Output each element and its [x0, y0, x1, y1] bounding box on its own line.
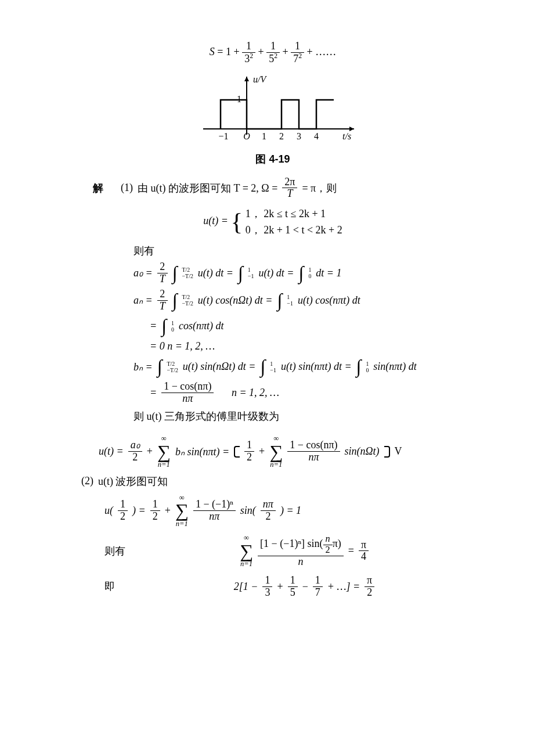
series-S-lhs: S: [210, 46, 215, 57]
trig-series-text: 则 u(t) 三角形式的傅里叶级数为: [134, 409, 464, 423]
left-bracket-icon: [234, 446, 240, 458]
an-equation-3: = 0 n = 1, 2, …: [150, 340, 464, 352]
xtick--1: −1: [218, 131, 228, 141]
then-have-2: 则有: [104, 544, 139, 558]
bn-equation-2: = 1 − cos(nπ) nπ n = 1, 2, …: [150, 381, 464, 405]
ylabel: u/V: [253, 74, 267, 84]
brace-icon: {: [230, 211, 243, 233]
xtick-3: 3: [297, 131, 301, 141]
svg-marker-3: [244, 77, 249, 81]
a0-equation: a₀ = 2T ∫ T/2 −T/2 u(t) dt = ∫ 1 −1 u(t)…: [134, 261, 464, 285]
integral-icon: ∫: [172, 262, 178, 284]
an-equation-2: = ∫ 1 0 cos(nπt) dt: [150, 315, 464, 337]
ie-label: 即: [104, 579, 139, 593]
sum-pi4-line: 则有 ∞ ∑ n=1 [1 − (−1)ⁿ] sin(n2π) n = π4: [104, 534, 464, 568]
solution-line-1: 解 (1) 由 u(t) 的波形图可知 T = 2, Ω = 2π T = π，…: [93, 177, 464, 200]
svg-marker-1: [349, 127, 354, 131]
right-bracket-icon: [384, 446, 390, 458]
ut-piecewise: u(t) = { 1， 2k ≤ t ≤ 2k + 1 0， 2k + 1 < …: [81, 206, 464, 238]
xtick-2: 2: [279, 131, 284, 141]
solution-heading: 解: [93, 181, 103, 195]
waveform-svg: −1 O 1 2 3 4 t/s u/V 1: [186, 71, 360, 146]
part1-label: (1): [121, 182, 133, 194]
part2-label: (2): [81, 475, 93, 487]
case-2: 0， 2k + 1 < t < 2k + 2: [246, 222, 342, 238]
figure-caption: 图 4-19: [81, 152, 464, 166]
part1-text-a: 由 u(t) 的波形图可知 T = 2, Ω =: [138, 181, 277, 195]
frac-2pi-T: 2π T: [282, 177, 297, 200]
xlabel: t/s: [342, 131, 351, 141]
part1-text-b: = π，则: [302, 181, 337, 195]
final-line: 即 2[1 − 13 + 15 − 17 + …] = π2: [104, 575, 464, 599]
waveform-figure: −1 O 1 2 3 4 t/s u/V 1 图 4-19: [81, 71, 464, 166]
series-equation: S = 1 + 132 + 152 + 172 + ……: [81, 41, 464, 65]
an-equation-1: aₙ = 2T ∫ T/2 −T/2 u(t) cos(nΩt) dt = ∫ …: [134, 289, 464, 312]
part2-header: (2) u(t) 波形图可知: [81, 474, 464, 488]
xtick-1: 1: [262, 131, 266, 141]
bn-equation-1: bₙ = ∫ T/2 −T/2 u(t) sin(nΩt) dt = ∫ 1 −…: [134, 356, 464, 377]
ut-series: u(t) = a₀2 + ∞ ∑ n=1 bₙ sin(nπt) = 12 + …: [99, 435, 464, 469]
then-have: 则有: [134, 244, 464, 258]
ut-lhs: u(t) =: [203, 215, 230, 226]
part2-text: u(t) 波形图可知: [98, 474, 168, 488]
u-half-equation: u( 12 ) = 12 + ∞ ∑ n=1 1 − (−1)ⁿnπ sin( …: [104, 494, 464, 528]
case-1: 1， 2k ≤ t ≤ 2k + 1: [246, 206, 342, 222]
sum-icon: ∞ ∑ n=1: [157, 435, 171, 469]
ymark-1: 1: [237, 94, 241, 104]
xtick-4: 4: [314, 131, 319, 141]
xtick-O: O: [243, 131, 250, 141]
